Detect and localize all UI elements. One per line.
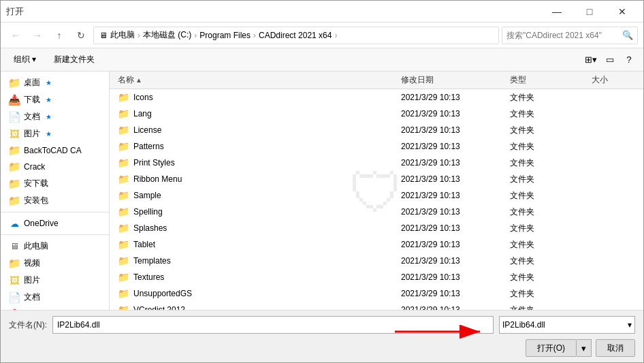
- pin-icon: ★: [46, 113, 52, 121]
- sidebar-item-install2[interactable]: 📁 安装包: [1, 192, 109, 209]
- breadcrumb[interactable]: 🖥 此电脑 › 本地磁盘 (C:) › Program Files › CADd…: [93, 27, 499, 44]
- file-cell-date: 2021/3/29 10:13: [396, 125, 504, 135]
- sidebar-item-onedrive[interactable]: ☁ OneDrive: [1, 215, 109, 232]
- file-name: Ribbon Menu: [133, 174, 182, 184]
- table-row[interactable]: 📁 Spelling 2021/3/29 10:13 文件夹: [110, 204, 643, 220]
- sidebar-item-documents[interactable]: 📄 文档 ★: [1, 108, 109, 125]
- file-cell-name: 📁 Textures: [112, 272, 396, 283]
- maximize-button[interactable]: □: [574, 1, 605, 22]
- file-cell-type: 文件夹: [504, 141, 586, 153]
- file-cell-name: 📁 Print Styles: [112, 157, 396, 168]
- file-cell-type: 文件夹: [504, 206, 586, 218]
- col-header-type[interactable]: 类型: [504, 74, 586, 86]
- sidebar-item-label: 安装包: [24, 195, 48, 206]
- sidebar-item-pcpictures[interactable]: 🖼 图片: [1, 272, 109, 289]
- table-row[interactable]: 📁 Textures 2021/3/29 10:13 文件夹: [110, 269, 643, 285]
- file-cell-name: 📁 Sample: [112, 190, 396, 201]
- table-row[interactable]: 📁 Sample 2021/3/29 10:13 文件夹: [110, 187, 643, 204]
- file-name: Sample: [133, 191, 161, 200]
- sidebar-item-videos[interactable]: 📁 视频: [1, 255, 109, 272]
- sidebar-item-label: BackToCAD CA: [24, 146, 82, 155]
- file-cell-date: 2021/3/29 10:13: [396, 109, 504, 119]
- file-cell-type: 文件夹: [504, 304, 586, 311]
- sidebar-divider2: [1, 234, 109, 235]
- cancel-button[interactable]: 取消: [596, 339, 635, 357]
- breadcrumb-part3: Program Files: [199, 31, 251, 40]
- search-input[interactable]: [506, 31, 619, 40]
- breadcrumb-part4: CADdirect 2021 x64: [259, 31, 332, 40]
- breadcrumb-sep3: ›: [253, 31, 256, 40]
- table-row[interactable]: 📁 Splashes 2021/3/29 10:13 文件夹: [110, 220, 643, 236]
- file-cell-date: 2021/3/29 10:13: [396, 240, 504, 249]
- organize-button[interactable]: 组织 ▾: [6, 51, 44, 69]
- table-row[interactable]: 📁 UnsupportedGS 2021/3/29 10:13 文件夹: [110, 285, 643, 302]
- table-row[interactable]: 📁 Tablet 2021/3/29 10:13 文件夹: [110, 236, 643, 253]
- open-button-group: 打开(O) ▾: [526, 339, 592, 357]
- file-name: Tablet: [133, 240, 155, 249]
- col-header-size[interactable]: 大小: [586, 74, 641, 86]
- back-button[interactable]: ←: [6, 26, 25, 45]
- folder-icon: 🖼: [9, 275, 20, 286]
- table-row[interactable]: 📁 Patterns 2021/3/29 10:13 文件夹: [110, 138, 643, 155]
- filename-input[interactable]: [52, 316, 494, 334]
- table-row[interactable]: 📁 Icons 2021/3/29 10:13 文件夹: [110, 89, 643, 106]
- table-row[interactable]: 📁 Ribbon Menu 2021/3/29 10:13 文件夹: [110, 171, 643, 187]
- sidebar: 📁 桌面 ★ 📥 下载 ★ 📄 文档 ★ 🖼 图片 ★ 📁 BackT: [1, 72, 110, 310]
- file-cell-type: 文件夹: [504, 92, 586, 104]
- sidebar-item-thispc[interactable]: 🖥 此电脑: [1, 238, 109, 255]
- search-box[interactable]: 🔍: [502, 27, 638, 44]
- view-grid-button[interactable]: ⊞▾: [582, 51, 600, 69]
- folder-icon: 📁: [118, 239, 129, 250]
- table-row[interactable]: 📁 Print Styles 2021/3/29 10:13 文件夹: [110, 155, 643, 171]
- file-list-container: 🛡 📁 Icons 2021/3/29 10:13 文件夹 📁 Lang 202…: [110, 89, 643, 310]
- table-row[interactable]: 📁 Templates 2021/3/29 10:13 文件夹: [110, 253, 643, 269]
- table-row[interactable]: 📁 VCredist 2012 2021/3/29 10:13 文件夹: [110, 302, 643, 310]
- sidebar-item-downloads[interactable]: 📥 下载 ★: [1, 91, 109, 108]
- file-open-dialog: 打开 — □ ✕ ← → ↑ ↻ 🖥 此电脑 › 本地磁盘 (C:) › Pro…: [0, 0, 644, 363]
- file-cell-date: 2021/3/29 10:13: [396, 174, 504, 184]
- open-dropdown-button[interactable]: ▾: [577, 339, 592, 357]
- sidebar-item-install1[interactable]: 📁 安下载: [1, 175, 109, 192]
- folder-icon: 📄: [9, 292, 20, 303]
- main-area: 📁 桌面 ★ 📥 下载 ★ 📄 文档 ★ 🖼 图片 ★ 📁 BackT: [1, 72, 643, 310]
- col-header-name[interactable]: 名称 ▲: [112, 74, 396, 86]
- minimize-button[interactable]: —: [541, 1, 573, 22]
- forward-button[interactable]: →: [28, 26, 47, 45]
- help-button[interactable]: ?: [620, 51, 638, 69]
- sidebar-item-label: 图片: [24, 128, 40, 140]
- file-name: Splashes: [133, 223, 167, 233]
- address-bar: ← → ↑ ↻ 🖥 此电脑 › 本地磁盘 (C:) › Program File…: [1, 22, 643, 48]
- close-button[interactable]: ✕: [607, 1, 638, 22]
- sidebar-item-pictures[interactable]: 🖼 图片 ★: [1, 125, 109, 142]
- filename-dropdown[interactable]: IP2Lib64.dll ▾: [499, 316, 635, 334]
- file-name: VCredist 2012: [133, 305, 185, 310]
- table-row[interactable]: 📁 Lang 2021/3/29 10:13 文件夹: [110, 106, 643, 122]
- breadcrumb-sep1: ›: [138, 31, 140, 40]
- new-folder-button[interactable]: 新建文件夹: [46, 51, 102, 69]
- chevron-down-icon: ▾: [628, 320, 632, 330]
- filename-row: 文件名(N): IP2Lib64.dll ▾: [9, 316, 635, 334]
- col-header-date[interactable]: 修改日期: [396, 74, 504, 86]
- sidebar-item-desktop[interactable]: 📁 桌面 ★: [1, 74, 109, 91]
- file-cell-type: 文件夹: [504, 157, 586, 169]
- filename-label: 文件名(N):: [9, 319, 47, 331]
- sidebar-item-crack[interactable]: 📁 Crack: [1, 159, 109, 175]
- file-name: Print Styles: [133, 158, 175, 168]
- table-row[interactable]: 📁 License 2021/3/29 10:13 文件夹: [110, 122, 643, 138]
- file-cell-type: 文件夹: [504, 288, 586, 300]
- view-pane-button[interactable]: ▭: [601, 51, 619, 69]
- up-button[interactable]: ↑: [50, 26, 69, 45]
- file-list-area: 名称 ▲ 修改日期 类型 大小 🛡 📁: [110, 72, 643, 310]
- file-cell-type: 文件夹: [504, 125, 586, 136]
- sidebar-item-backtocad[interactable]: 📁 BackToCAD CA: [1, 142, 109, 159]
- file-cell-name: 📁 Templates: [112, 255, 396, 266]
- title-bar: 打开 — □ ✕: [1, 1, 643, 22]
- sidebar-item-pcdocuments[interactable]: 📄 文档: [1, 289, 109, 306]
- breadcrumb-part1: 此电脑: [110, 29, 135, 41]
- folder-icon: 📁: [118, 272, 129, 283]
- refresh-button[interactable]: ↻: [71, 26, 91, 45]
- open-button[interactable]: 打开(O): [526, 339, 577, 357]
- sidebar-item-label: 下载: [24, 94, 40, 106]
- file-cell-type: 文件夹: [504, 255, 586, 267]
- breadcrumb-icon: 🖥: [99, 31, 108, 40]
